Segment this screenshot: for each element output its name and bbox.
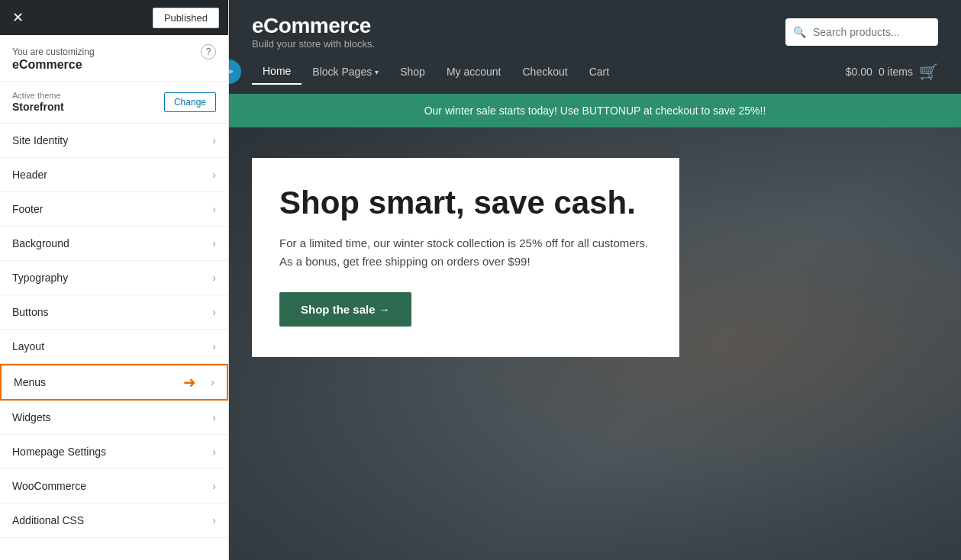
chevron-right-icon: › xyxy=(212,446,216,458)
chevron-right-icon: › xyxy=(212,237,216,249)
chevron-right-icon: › xyxy=(212,134,216,146)
nav-item-cart-label: Cart xyxy=(589,66,609,78)
chevron-right-icon: › xyxy=(212,411,216,423)
dropdown-icon: ▾ xyxy=(375,68,379,76)
hero-title: Shop smart, save cash. xyxy=(279,185,652,220)
chevron-right-icon: › xyxy=(212,514,216,526)
sidebar-item-footer[interactable]: Footer › xyxy=(0,192,228,227)
search-container[interactable]: 🔍 xyxy=(785,18,938,46)
promo-text: Our winter sale starts today! Use BUTTON… xyxy=(424,105,766,117)
sidebar-item-layout-label: Layout xyxy=(12,340,44,352)
nav-item-shop[interactable]: Shop xyxy=(389,60,436,84)
help-icon[interactable]: ? xyxy=(201,44,216,60)
sidebar-item-background-label: Background xyxy=(12,237,69,249)
customizing-label: You are customizing xyxy=(12,47,95,57)
hero-description: For a limited time, our winter stock col… xyxy=(279,234,652,271)
sidebar-item-site-identity-label: Site Identity xyxy=(12,134,68,146)
sidebar-item-additional-css[interactable]: Additional CSS › xyxy=(0,504,228,538)
chevron-right-icon: › xyxy=(212,169,216,181)
store-name: eCommerce xyxy=(252,14,375,38)
sidebar-item-homepage-settings[interactable]: Homepage Settings › xyxy=(0,435,228,469)
sidebar-item-background[interactable]: Background › xyxy=(0,227,228,261)
arrow-indicator-icon: ➜ xyxy=(183,373,196,391)
active-theme-label: Active theme xyxy=(12,91,64,100)
sidebar-item-site-identity[interactable]: Site Identity › xyxy=(0,124,228,158)
nav-item-block-pages-label: Block Pages xyxy=(312,66,372,78)
sidebar: ✕ Published You are customizing eCommerc… xyxy=(0,0,229,560)
change-theme-button[interactable]: Change xyxy=(164,92,216,112)
customizing-section: You are customizing eCommerce ? xyxy=(0,35,228,82)
store-tagline: Build your store with blocks. xyxy=(252,38,375,50)
sidebar-item-menus-label: Menus xyxy=(14,376,46,388)
sidebar-item-widgets[interactable]: Widgets › xyxy=(0,401,228,435)
nav-item-cart[interactable]: Cart xyxy=(579,60,620,84)
nav-item-home-label: Home xyxy=(263,65,291,77)
store-header: eCommerce Build your store with blocks. … xyxy=(229,0,961,50)
nav-item-my-account-label: My account xyxy=(447,66,501,78)
cart-area: $0.00 0 items 🛒 xyxy=(846,63,938,81)
nav-item-my-account[interactable]: My account xyxy=(436,60,512,84)
nav-item-home[interactable]: Home xyxy=(252,59,302,85)
chevron-right-icon: › xyxy=(212,272,216,284)
sidebar-item-layout[interactable]: Layout › xyxy=(0,330,228,364)
chevron-right-icon: › xyxy=(212,306,216,318)
nav-item-shop-label: Shop xyxy=(400,66,425,78)
sidebar-item-buttons[interactable]: Buttons › xyxy=(0,295,228,330)
store-brand: eCommerce Build your store with blocks. xyxy=(252,14,375,50)
hero-card: Shop smart, save cash. For a limited tim… xyxy=(252,158,679,357)
active-theme-info: Active theme Storefront xyxy=(12,91,64,114)
sidebar-item-homepage-settings-label: Homepage Settings xyxy=(12,446,106,458)
customizing-name: eCommerce xyxy=(12,58,95,72)
sidebar-item-additional-css-label: Additional CSS xyxy=(12,514,84,526)
chevron-right-icon: › xyxy=(211,376,214,388)
nav-item-block-pages[interactable]: Block Pages ▾ xyxy=(302,60,389,84)
active-theme-name: Storefront xyxy=(12,101,64,113)
sidebar-item-header-label: Header xyxy=(12,169,47,181)
active-theme-section: Active theme Storefront Change xyxy=(0,82,228,124)
hero-section: Shop smart, save cash. For a limited tim… xyxy=(229,127,961,560)
nav-bar: ✏ Home Block Pages ▾ Shop My account Che… xyxy=(229,50,961,94)
sidebar-item-widgets-label: Widgets xyxy=(12,411,51,423)
nav-item-checkout-label: Checkout xyxy=(522,66,567,78)
search-input[interactable] xyxy=(785,18,938,46)
sidebar-item-woocommerce-label: WooCommerce xyxy=(12,480,86,492)
chevron-right-icon: › xyxy=(212,480,216,492)
sidebar-item-woocommerce[interactable]: WooCommerce › xyxy=(0,469,228,504)
sidebar-menu: Site Identity › Header › Footer › Backgr… xyxy=(0,124,228,538)
sidebar-item-footer-label: Footer xyxy=(12,203,43,215)
promo-banner: Our winter sale starts today! Use BUTTON… xyxy=(229,94,961,127)
sidebar-item-typography-label: Typography xyxy=(12,272,68,284)
chevron-right-icon: › xyxy=(212,340,216,352)
sidebar-item-buttons-label: Buttons xyxy=(12,306,48,318)
customizing-info: You are customizing eCommerce xyxy=(12,44,95,72)
edit-pencil-icon[interactable]: ✏ xyxy=(229,60,241,84)
sidebar-item-menus[interactable]: Menus ➜ › xyxy=(0,364,228,401)
search-icon: 🔍 xyxy=(793,26,806,38)
sidebar-item-header[interactable]: Header › xyxy=(0,158,228,192)
shop-sale-button[interactable]: Shop the sale → xyxy=(279,292,411,327)
nav-item-checkout[interactable]: Checkout xyxy=(511,60,578,84)
cart-amount: $0.00 xyxy=(846,66,872,78)
close-button[interactable]: ✕ xyxy=(9,8,27,27)
sidebar-item-typography[interactable]: Typography › xyxy=(0,261,228,295)
chevron-right-icon: › xyxy=(212,203,216,215)
cart-icon[interactable]: 🛒 xyxy=(919,63,938,81)
main-preview: eCommerce Build your store with blocks. … xyxy=(229,0,961,560)
published-button[interactable]: Published xyxy=(153,8,219,28)
sidebar-top-bar: ✕ Published xyxy=(0,0,228,35)
cart-items-count: 0 items xyxy=(879,66,913,78)
